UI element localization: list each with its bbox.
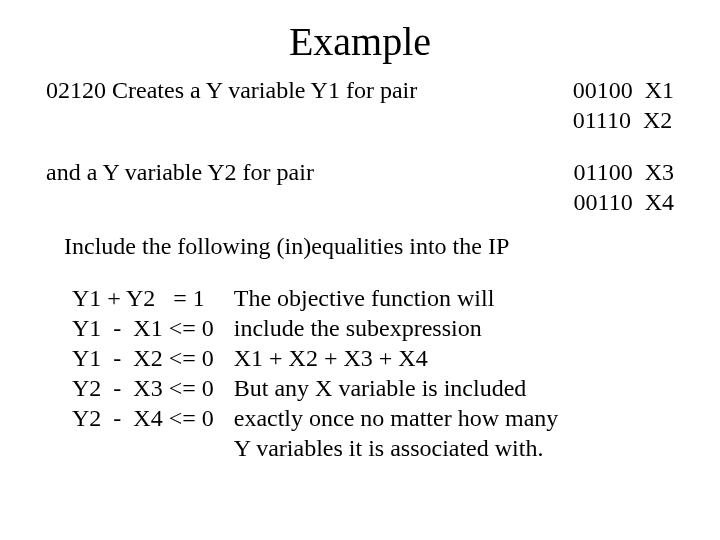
pair2-line-a: 01100 X3 <box>574 159 674 185</box>
eq-1: Y1 + Y2 = 1 <box>72 285 205 311</box>
objective-text: The objective function will include the … <box>234 283 674 463</box>
pair1-values: 00100 X1 01110 X2 <box>573 75 674 135</box>
eq-3: Y1 - X2 <= 0 <box>72 345 214 371</box>
pair-block-2: and a Y variable Y2 for pair 01100 X3 00… <box>46 157 674 217</box>
slide-title: Example <box>0 0 720 75</box>
obj-line-2: include the subexpression <box>234 313 670 343</box>
pair2-values: 01100 X3 00110 X4 <box>574 157 674 217</box>
obj-line-6: Y variables it is associated with. <box>234 433 670 463</box>
eq-4: Y2 - X3 <= 0 <box>72 375 214 401</box>
pair-block-1: 02120 Creates a Y variable Y1 for pair 0… <box>46 75 674 135</box>
pair2-line-b: 00110 X4 <box>574 189 674 215</box>
creates-y1-text: 02120 Creates a Y variable Y1 for pair <box>46 75 417 135</box>
obj-line-3: X1 + X2 + X3 + X4 <box>234 343 670 373</box>
obj-line-4: But any X variable is included <box>234 373 670 403</box>
creates-y2-text: and a Y variable Y2 for pair <box>46 157 314 217</box>
inequalities-list: Y1 + Y2 = 1 Y1 - X1 <= 0 Y1 - X2 <= 0 Y2… <box>46 283 234 463</box>
eq-2: Y1 - X1 <= 0 <box>72 315 214 341</box>
pair1-line-b: 01110 X2 <box>573 107 673 133</box>
obj-line-5: exactly once no matter how many <box>234 403 670 433</box>
slide: Example 02120 Creates a Y variable Y1 fo… <box>0 0 720 540</box>
obj-line-1: The objective function will <box>234 283 670 313</box>
eq-5: Y2 - X4 <= 0 <box>72 405 214 431</box>
slide-body: 02120 Creates a Y variable Y1 for pair 0… <box>0 75 720 463</box>
spacer <box>46 135 674 157</box>
pair1-line-a: 00100 X1 <box>573 77 674 103</box>
lower-section: Y1 + Y2 = 1 Y1 - X1 <= 0 Y1 - X2 <= 0 Y2… <box>46 261 674 463</box>
include-text: Include the following (in)equalities int… <box>46 217 674 261</box>
